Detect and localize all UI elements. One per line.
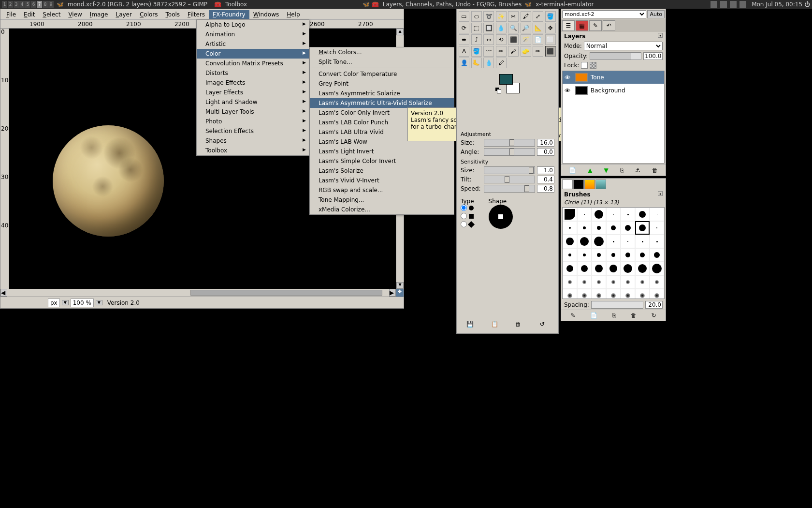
tray-icon[interactable] <box>740 1 746 8</box>
brush-item[interactable] <box>563 221 577 235</box>
color-item[interactable]: RGB swap and scale... <box>310 185 454 195</box>
fx-item[interactable]: Alpha to Logo▶ <box>197 20 309 30</box>
tool-12[interactable]: 🔍 <box>508 23 519 33</box>
tool-10[interactable]: 🔲 <box>483 23 494 33</box>
brush-item[interactable] <box>606 262 621 275</box>
tool-1[interactable]: ⬭ <box>471 11 482 22</box>
paths-tab-icon[interactable]: ✎ <box>589 20 602 31</box>
tool-14[interactable]: 📐 <box>533 23 543 33</box>
brush-item[interactable] <box>563 235 577 248</box>
size-value[interactable]: 16.0 <box>537 139 554 147</box>
menu-fx-foundry[interactable]: FX-Foundry <box>209 10 249 19</box>
menu-select[interactable]: Select <box>39 10 64 19</box>
color-item[interactable]: Lasm's Simple Color Invert <box>310 156 454 166</box>
brush-item[interactable] <box>621 262 635 275</box>
visibility-icon[interactable]: 👁 <box>565 87 572 94</box>
brush-item[interactable] <box>606 248 621 262</box>
opacity-slider[interactable] <box>590 52 641 60</box>
layer-list[interactable]: 👁Tone👁Background <box>562 71 665 164</box>
tool-6[interactable]: ⤢ <box>533 11 543 22</box>
brush-item[interactable] <box>606 289 621 299</box>
revert-icon[interactable]: 📋 <box>491 321 500 329</box>
tool-21[interactable]: 🪄 <box>521 34 531 45</box>
delete-icon[interactable]: 🗑 <box>515 321 524 329</box>
brush-item[interactable] <box>621 248 635 262</box>
menu-file[interactable]: File <box>2 10 20 19</box>
brush-item[interactable] <box>577 235 592 248</box>
color-item[interactable]: Match Colors... <box>310 47 454 57</box>
fx-item[interactable]: Animation▶ <box>197 30 309 39</box>
fx-item[interactable]: Light and Shadow▶ <box>197 97 309 107</box>
color-item[interactable]: Lasm's Light Invert <box>310 147 454 156</box>
brush-item[interactable] <box>621 221 635 235</box>
color-item[interactable]: Tone Mapping... <box>310 195 454 205</box>
brush-item[interactable] <box>621 208 635 221</box>
brush-item[interactable] <box>621 235 635 248</box>
tool-grid[interactable]: ▭⬭➰✨✂🖍⤢🪣⟳⬚🔲💧🔍🔎📐✥⬌⤴↔⟲⬛🪄📄⬜A🪣〰✏🖌🧽✏⬛👤🦶💧🖊 <box>457 9 558 70</box>
duplicate-layer-icon[interactable]: ⎘ <box>620 167 624 174</box>
fx-item[interactable]: Selection Effects▶ <box>197 126 309 136</box>
tool-7[interactable]: 🪣 <box>545 11 556 22</box>
unit-dropdown-icon[interactable]: ▼ <box>62 300 69 305</box>
tool-16[interactable]: ⬌ <box>459 34 469 45</box>
tray-icon[interactable] <box>720 1 727 8</box>
clock[interactable]: Mon Jul 05, 00:15 <box>752 1 802 8</box>
color-item[interactable]: Lasm's Asymmetric Ultra-Vivid Solarize <box>310 98 454 108</box>
brush-item[interactable] <box>650 289 664 299</box>
type-radio-2[interactable] <box>461 213 474 219</box>
tool-5[interactable]: 🖍 <box>521 11 531 22</box>
brush-item[interactable] <box>650 235 664 248</box>
opacity-value[interactable]: 100.0 <box>643 52 663 60</box>
brush-item[interactable] <box>650 248 664 262</box>
brush-item[interactable] <box>650 221 664 235</box>
layer-item[interactable]: 👁Tone <box>563 71 664 84</box>
lower-layer-icon[interactable]: ▼ <box>604 167 609 174</box>
brush-item[interactable] <box>606 208 621 221</box>
brush-item[interactable] <box>577 208 592 221</box>
tool-20[interactable]: ⬛ <box>508 34 519 45</box>
tool-8[interactable]: ⟳ <box>459 23 469 33</box>
brush-item[interactable] <box>577 248 592 262</box>
new-layer-icon[interactable]: 📄 <box>569 167 576 174</box>
menu-filters[interactable]: Filters <box>184 10 209 19</box>
tool-17[interactable]: ⤴ <box>471 34 482 45</box>
visibility-icon[interactable]: 👁 <box>565 74 572 81</box>
menu-tools[interactable]: Tools <box>162 10 184 19</box>
workspace-switcher[interactable]: 123456789 <box>0 1 54 8</box>
size-slider[interactable] <box>484 139 535 147</box>
layers-tab-icon[interactable]: ☰ <box>562 20 575 31</box>
taskbar-title-1[interactable]: mond.xcf-2.0 (RGB, 2 layers) 3872x2592 –… <box>68 1 207 8</box>
taskbar-title-4[interactable]: x-terminal-emulator <box>536 1 594 8</box>
brush-item[interactable] <box>577 262 592 275</box>
image-selector[interactable]: mond.xcf-2 <box>562 10 646 18</box>
fx-item[interactable]: Image Effects▶ <box>197 78 309 88</box>
tool-35[interactable]: 🖊 <box>496 58 507 68</box>
default-colors-icon[interactable] <box>495 88 501 93</box>
undo-tab-icon[interactable]: ↶ <box>603 20 615 31</box>
blend-mode-select[interactable]: Normal <box>584 42 663 50</box>
tool-30[interactable]: ✏ <box>533 46 543 57</box>
tilt-slider[interactable] <box>484 176 535 183</box>
brush-item[interactable] <box>577 289 592 299</box>
brush-item[interactable] <box>563 208 577 221</box>
color-item[interactable]: Lasm's Solarize <box>310 166 454 176</box>
tool-15[interactable]: ✥ <box>545 23 556 33</box>
brush-item[interactable] <box>621 289 635 299</box>
fx-item[interactable]: Artistic▶ <box>197 39 309 49</box>
brush-tab-1[interactable] <box>562 179 573 189</box>
scrollbar-horizontal[interactable]: ◀▶ ✥ <box>0 289 404 297</box>
brush-tab-2[interactable] <box>573 179 584 189</box>
brush-item[interactable] <box>606 235 621 248</box>
tool-25[interactable]: 🪣 <box>471 46 482 57</box>
tool-26[interactable]: 〰 <box>483 46 494 57</box>
brush-item[interactable] <box>577 275 592 289</box>
tool-0[interactable]: ▭ <box>459 11 469 22</box>
color-item[interactable]: Lasm's Vivid V-Invert <box>310 176 454 185</box>
tool-24[interactable]: A <box>459 46 469 57</box>
color-item[interactable]: Lasm's Asymmetric Solarize <box>310 89 454 98</box>
tool-4[interactable]: ✂ <box>508 11 519 22</box>
tool-32[interactable]: 👤 <box>459 58 469 68</box>
brush-item[interactable] <box>563 262 577 275</box>
fx-item[interactable]: Color▶ <box>197 49 309 59</box>
brush-item[interactable] <box>635 208 650 221</box>
